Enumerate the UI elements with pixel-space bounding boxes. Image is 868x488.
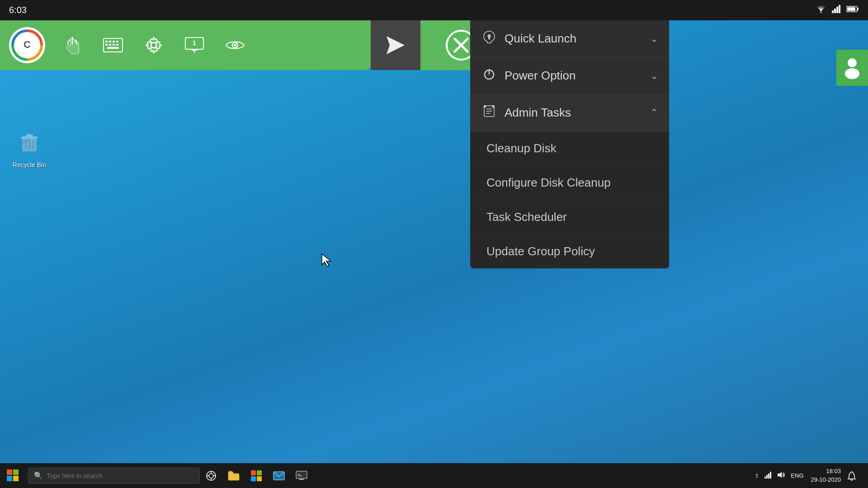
svg-point-54: [209, 474, 213, 478]
eye-button[interactable]: [222, 32, 249, 59]
taskbar-clock[interactable]: 18:03 29-10-2020: [811, 467, 841, 483]
power-option-chevron: ⌄: [650, 70, 658, 82]
toolbar: C: [0, 20, 371, 70]
monitor-button[interactable]: 1: [181, 32, 208, 59]
svg-rect-2: [834, 9, 836, 13]
svg-rect-18: [109, 44, 111, 46]
menu-panel: Quick Launch ⌄ Power Option ⌄: [470, 20, 669, 268]
notification-button[interactable]: [843, 463, 861, 488]
svg-rect-62: [257, 476, 262, 481]
svg-rect-13: [105, 41, 108, 42]
svg-rect-51: [7, 476, 12, 481]
svg-rect-41: [484, 105, 486, 108]
power-option-icon: [481, 67, 497, 84]
search-bar[interactable]: 🔍: [28, 468, 200, 484]
admin-tasks-header[interactable]: Admin Tasks ⌃: [470, 94, 669, 131]
svg-rect-70: [766, 475, 768, 479]
user-avatar-button[interactable]: [836, 50, 868, 86]
send-button[interactable]: [371, 20, 420, 70]
svg-rect-61: [251, 476, 256, 481]
power-option-header[interactable]: Power Option ⌄: [470, 57, 669, 94]
svg-rect-16: [116, 41, 118, 42]
status-time: 6:03: [9, 5, 27, 15]
recycle-bin-label: Recycle Bin: [7, 161, 52, 169]
svg-marker-73: [778, 472, 782, 478]
svg-rect-1: [832, 10, 834, 13]
svg-rect-72: [770, 472, 771, 479]
taskbar-date-display: 29-10-2020: [811, 476, 841, 484]
svg-rect-14: [109, 41, 111, 42]
svg-rect-60: [257, 470, 262, 475]
file-explorer-button[interactable]: [222, 463, 245, 488]
svg-rect-52: [13, 476, 19, 481]
search-icon: 🔍: [34, 471, 43, 480]
search-input[interactable]: [47, 472, 194, 479]
cleanup-disk-item[interactable]: Cleanup Disk: [470, 131, 669, 166]
task-scheduler-item[interactable]: Task Scheduler: [470, 200, 669, 235]
remote-button[interactable]: [290, 463, 313, 488]
task-view-button[interactable]: [200, 463, 222, 488]
taskbar-time-display: 18:03: [811, 467, 841, 475]
svg-rect-49: [7, 469, 12, 475]
svg-rect-17: [105, 44, 108, 46]
svg-rect-48: [26, 135, 33, 137]
svg-rect-64: [296, 471, 307, 479]
update-group-policy-item[interactable]: Update Group Policy: [470, 235, 669, 268]
battery-icon: [846, 5, 859, 15]
svg-rect-15: [113, 41, 115, 42]
start-button[interactable]: [0, 463, 26, 488]
settings-button[interactable]: [140, 32, 167, 59]
desktop: 6:03: [0, 0, 868, 488]
quick-launch-icon: [481, 30, 497, 47]
admin-tasks-label: Admin Tasks: [505, 106, 643, 120]
recycle-bin-icon[interactable]: Recycle Bin: [7, 129, 52, 169]
svg-text:C: C: [24, 39, 31, 50]
power-option-label: Power Option: [505, 69, 643, 83]
signal-icon: [832, 5, 841, 15]
svg-point-34: [845, 68, 859, 79]
svg-point-33: [848, 58, 857, 67]
svg-rect-69: [764, 477, 766, 479]
svg-rect-6: [857, 8, 859, 10]
svg-marker-29: [387, 36, 405, 54]
svg-point-22: [151, 42, 156, 48]
keyboard-button[interactable]: [99, 32, 127, 59]
network-icon[interactable]: [763, 471, 774, 480]
wifi-icon: [816, 5, 826, 15]
quick-launch-label: Quick Launch: [505, 32, 643, 46]
store-button[interactable]: [245, 463, 268, 488]
status-bar: 6:03: [0, 0, 868, 20]
svg-point-0: [821, 12, 822, 13]
svg-rect-3: [836, 7, 838, 13]
svg-rect-59: [251, 470, 256, 475]
system-tray-arrow[interactable]: ⇧: [753, 473, 761, 479]
svg-text:1: 1: [193, 39, 196, 47]
status-icons: [816, 5, 859, 15]
volume-icon[interactable]: [775, 471, 787, 480]
svg-rect-20: [116, 44, 118, 46]
recycle-bin-graphic: [7, 129, 52, 160]
svg-rect-21: [107, 47, 119, 49]
taskbar: 🔍: [0, 463, 868, 488]
taskbar-right: ⇧ ENG: [753, 463, 868, 488]
svg-rect-4: [839, 5, 840, 13]
svg-rect-19: [113, 44, 115, 46]
configure-disk-cleanup-item[interactable]: Configure Disk Cleanup: [470, 166, 669, 200]
admin-tasks-chevron: ⌃: [650, 107, 658, 119]
svg-rect-71: [768, 474, 769, 479]
svg-rect-50: [13, 469, 19, 475]
svg-rect-7: [847, 7, 855, 11]
admin-tasks-icon: [481, 104, 497, 121]
language-indicator[interactable]: ENG: [789, 472, 805, 479]
svg-point-28: [234, 44, 236, 47]
app-logo[interactable]: C: [9, 27, 45, 63]
quick-launch-chevron: ⌄: [650, 33, 658, 45]
mail-button[interactable]: [268, 463, 290, 488]
admin-tasks-submenu: Cleanup Disk Configure Disk Cleanup Task…: [470, 131, 669, 268]
quick-launch-header[interactable]: Quick Launch ⌄: [470, 20, 669, 57]
touch-button[interactable]: [59, 32, 86, 59]
svg-rect-42: [492, 105, 495, 108]
